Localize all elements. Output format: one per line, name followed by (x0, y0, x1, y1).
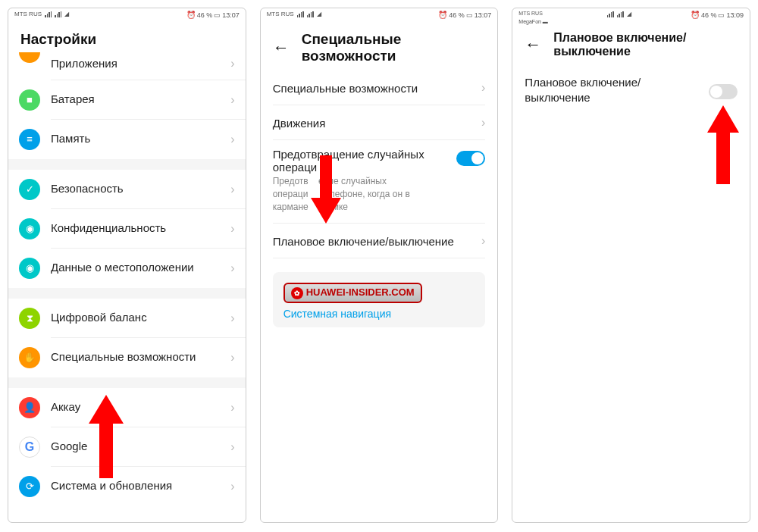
battery-pct: 46 % (197, 11, 213, 19)
svg-marker-1 (311, 155, 341, 224)
status-right: ⏰ 46 % ▭ 13:07 (186, 11, 240, 19)
svg-marker-0 (89, 395, 124, 478)
hourglass-icon: ⧗ (19, 308, 40, 329)
update-icon: ⟳ (19, 476, 40, 497)
settings-item-privacy[interactable]: ◉ Конфиденциальность › (8, 209, 246, 249)
chevron-right-icon: › (230, 311, 234, 325)
chevron-right-icon: › (481, 81, 485, 95)
alarm-icon: ⏰ (438, 11, 447, 19)
status-time: 13:07 (222, 11, 240, 19)
page-header: ← Специальные возможности (261, 23, 498, 70)
item-label: Память (51, 132, 220, 146)
battery-icon: ▭ (718, 11, 725, 19)
status-right: ⏰ 46 % ▭ 13:09 (691, 11, 744, 19)
battery-pct: 46 % (701, 11, 717, 19)
chevron-right-icon: › (230, 401, 234, 415)
battery-icon: ▭ (466, 11, 473, 19)
watermark-badge: ✿HUAWEI-INSIDER.COM (283, 283, 422, 303)
chevron-right-icon: › (230, 222, 234, 236)
chevron-right-icon: › (230, 440, 234, 454)
privacy-icon: ◉ (19, 218, 40, 239)
svg-marker-2 (707, 105, 739, 184)
status-bar: MTS RUS MegaFon ▬ ◢ ⏰ 46 % ▭ 13:09 (512, 8, 750, 23)
storage-icon: ≡ (19, 129, 40, 150)
navigation-box[interactable]: ✿HUAWEI-INSIDER.COM Системная навигация (273, 272, 486, 327)
settings-item-account[interactable]: 👤 Аккау › (8, 388, 246, 427)
apps-icon (19, 52, 40, 63)
chevron-right-icon: › (230, 183, 234, 196)
carrier-label: MTS RUS (267, 11, 294, 17)
carrier-label: MTS RUS (14, 11, 42, 17)
item-label: Система и обновления (51, 479, 220, 493)
back-arrow-icon[interactable]: ← (273, 38, 290, 58)
annotation-arrow (707, 105, 739, 184)
carrier-label-2: MegaFon ▬ (518, 19, 548, 24)
status-bar: MTS RUS ◢ ⏰ 46 % ▭ 13:07 (8, 8, 246, 23)
system-navigation-link[interactable]: Системная навигация (283, 308, 475, 320)
settings-list: Приложения › ■ Батарея › ≡ Память › ✓ Бе… (8, 54, 246, 506)
item-label: Приложения (51, 57, 220, 71)
signal-icon (45, 11, 52, 17)
row-motions[interactable]: Движения › (261, 105, 498, 140)
battery-icon: ▭ (214, 11, 221, 19)
chevron-right-icon: › (230, 133, 234, 146)
settings-item-accessibility[interactable]: ✋ Специальные возможности › (8, 338, 246, 377)
page-title: Специальные возможности (302, 31, 486, 64)
annotation-arrow (89, 395, 124, 478)
settings-item-security[interactable]: ✓ Безопасность › (8, 170, 246, 209)
status-left: MTS RUS ◢ (267, 11, 321, 17)
row-label: Движения (273, 117, 481, 130)
row-subtitle: Предотв ение случайных операци телефоне,… (273, 175, 449, 213)
annotation-arrow (311, 155, 341, 224)
settings-item-system[interactable]: ⟳ Система и обновления › (8, 467, 246, 506)
chevron-right-icon: › (230, 351, 234, 365)
back-arrow-icon[interactable]: ← (525, 35, 541, 55)
page-title: Настройки (20, 31, 96, 48)
row-title: Предотвращение случайныхопераци (273, 148, 449, 174)
row-accessibility[interactable]: Специальные возможности › (261, 70, 498, 105)
chevron-right-icon: › (481, 116, 485, 130)
toggle-switch[interactable] (709, 84, 738, 99)
status-right: ⏰ 46 % ▭ 13:07 (438, 11, 491, 19)
shield-check-icon: ✓ (19, 179, 40, 200)
row-label: Специальные возможности (273, 82, 481, 95)
status-time: 13:09 (726, 11, 744, 19)
page-header: Настройки (8, 23, 246, 54)
status-left: MTS RUS MegaFon ▬ (518, 11, 548, 24)
item-label: Цифровой баланс (51, 311, 220, 325)
alarm-icon: ⏰ (186, 11, 196, 19)
settings-item-memory[interactable]: ≡ Память › (8, 120, 246, 159)
huawei-logo-icon: ✿ (291, 287, 303, 299)
carrier-label-1: MTS RUS (518, 11, 543, 16)
toggle-switch[interactable] (456, 151, 485, 166)
page-title: Плановое включение/выключение (553, 31, 744, 58)
chevron-right-icon: › (481, 234, 485, 248)
row-prevent-accidental[interactable]: Предотвращение случайныхопераци Предотв … (261, 140, 498, 224)
phone-screen-2: MTS RUS ◢ ⏰ 46 % ▭ 13:07 ← Специальные в… (260, 8, 499, 523)
row-label: Плановое включение/выключение (273, 235, 481, 248)
item-label: Данные о местоположении (51, 261, 220, 275)
battery-pct: 46 % (449, 11, 465, 19)
item-label: Специальные возможности (51, 350, 220, 365)
wifi-icon: ◢ (64, 11, 69, 17)
row-label: Плановое включение/выключение (525, 75, 701, 106)
hand-icon: ✋ (19, 347, 40, 368)
row-scheduled-power[interactable]: Плановое включение/выключение › (261, 224, 498, 258)
chevron-right-icon: › (230, 480, 234, 493)
location-pin-icon: ◉ (19, 258, 40, 279)
settings-item-battery[interactable]: ■ Батарея › (8, 80, 246, 120)
item-label: Google (51, 440, 220, 454)
page-header: ← Плановое включение/выключение (512, 23, 750, 64)
item-label: Аккау (51, 400, 220, 415)
settings-item-location[interactable]: ◉ Данные о местоположении › (8, 249, 246, 288)
settings-item-apps[interactable]: Приложения › (8, 54, 246, 80)
google-icon: G (19, 437, 40, 458)
item-label: Батарея (51, 92, 220, 107)
chevron-right-icon: › (230, 93, 234, 107)
person-icon: 👤 (19, 397, 40, 418)
battery-icon: ■ (19, 89, 40, 111)
section-divider (8, 377, 246, 388)
settings-item-digital-balance[interactable]: ⧗ Цифровой баланс › (8, 299, 246, 338)
signal-icon-2 (55, 11, 61, 17)
settings-item-google[interactable]: G Google › (8, 427, 246, 467)
